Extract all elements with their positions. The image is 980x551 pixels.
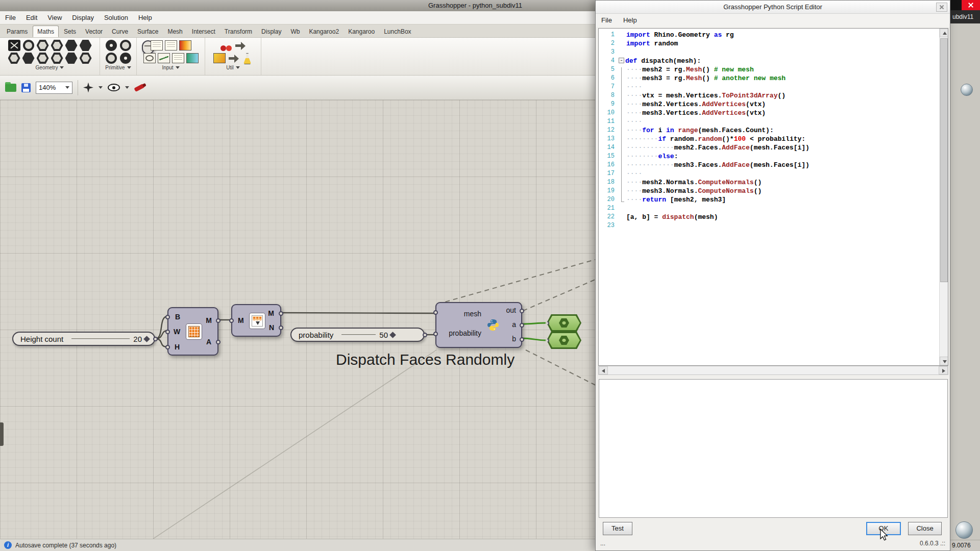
code-line[interactable] bbox=[618, 204, 939, 213]
input-nub[interactable] bbox=[165, 315, 170, 319]
code-line[interactable]: ····mesh2 = rg.Mesh() # new mesh bbox=[618, 65, 939, 74]
scroll-up-arrow[interactable] bbox=[940, 29, 948, 37]
code-line[interactable]: ····return [mesh2, mesh3] bbox=[618, 195, 939, 204]
panel-icon[interactable] bbox=[151, 40, 163, 51]
editor-menu-file[interactable]: File bbox=[596, 14, 618, 27]
knob-icon[interactable] bbox=[143, 53, 156, 63]
tab-sets[interactable]: Sets bbox=[60, 26, 80, 37]
swatch-icon[interactable] bbox=[213, 53, 226, 63]
editor-output-panel[interactable] bbox=[599, 379, 948, 518]
code-line[interactable] bbox=[618, 221, 939, 230]
geometry-param-icon[interactable] bbox=[8, 53, 20, 64]
panel-icon[interactable] bbox=[165, 40, 177, 51]
scrollbar-thumb[interactable] bbox=[940, 38, 948, 282]
menu-edit[interactable]: Edit bbox=[21, 11, 42, 24]
code-editor[interactable]: 1234567891011121314151617181920212223 im… bbox=[598, 28, 948, 366]
input-nub[interactable] bbox=[545, 321, 549, 325]
input-nub[interactable] bbox=[433, 310, 438, 315]
code-line[interactable]: ····mesh2.Normals.ComputeNormals() bbox=[618, 178, 939, 187]
scroll-left-arrow[interactable] bbox=[599, 366, 608, 374]
editor-titlebar[interactable]: Grasshopper Python Script Editor bbox=[596, 1, 950, 14]
input-nub[interactable] bbox=[165, 330, 170, 334]
chevron-down-icon[interactable] bbox=[99, 86, 103, 89]
zoom-extents-icon[interactable] bbox=[83, 83, 93, 93]
output-nub[interactable] bbox=[279, 311, 283, 316]
code-lines[interactable]: import Rhino.Geometry as rgimport random… bbox=[618, 29, 939, 365]
tab-params[interactable]: Params bbox=[3, 26, 32, 37]
code-line[interactable]: ········if random.random()*100 < probabi… bbox=[618, 135, 939, 143]
slider-track[interactable] bbox=[341, 334, 376, 335]
menu-solution[interactable]: Solution bbox=[99, 11, 133, 24]
geometry-param-icon[interactable] bbox=[37, 53, 49, 64]
render-sphere-icon[interactable] bbox=[955, 521, 973, 539]
code-line[interactable]: ···· bbox=[618, 83, 939, 91]
graph-mapper-icon[interactable] bbox=[158, 53, 170, 63]
test-button[interactable]: Test bbox=[603, 522, 632, 535]
chevron-down-icon[interactable] bbox=[127, 66, 131, 69]
geometry-param-icon[interactable] bbox=[23, 40, 34, 51]
input-nub[interactable] bbox=[545, 338, 549, 343]
code-line[interactable]: ····mesh3.Vertices.AddVertices(vtx) bbox=[618, 109, 939, 117]
input-nub[interactable] bbox=[229, 318, 234, 323]
zoom-level-select[interactable]: 140% bbox=[36, 82, 72, 94]
output-nub[interactable] bbox=[520, 337, 524, 342]
sketch-brush-icon[interactable] bbox=[134, 83, 144, 91]
weaverbird-component[interactable] bbox=[547, 332, 581, 349]
canvas-scrollbar-fragment[interactable] bbox=[0, 422, 4, 446]
menu-display[interactable]: Display bbox=[67, 11, 99, 24]
display-mode-sphere-icon[interactable] bbox=[961, 84, 973, 96]
primitive-param-icon[interactable] bbox=[120, 53, 131, 64]
open-file-icon[interactable] bbox=[5, 84, 16, 92]
vertical-scrollbar[interactable] bbox=[939, 29, 948, 365]
jump-icon[interactable] bbox=[228, 53, 240, 64]
input-nub[interactable] bbox=[433, 332, 438, 336]
mesh-process-component[interactable]: M M N bbox=[231, 304, 281, 337]
output-nub[interactable] bbox=[279, 325, 283, 330]
data-dam-icon[interactable] bbox=[234, 40, 247, 52]
slider-handle[interactable] bbox=[143, 336, 150, 342]
slider-track[interactable] bbox=[71, 338, 130, 339]
menu-view[interactable]: View bbox=[42, 11, 67, 24]
close-editor-button[interactable] bbox=[936, 3, 947, 12]
slider-output-nub[interactable] bbox=[153, 337, 158, 341]
value-list-icon[interactable] bbox=[172, 53, 184, 63]
geometry-param-icon[interactable] bbox=[22, 53, 35, 64]
code-line[interactable] bbox=[618, 48, 939, 57]
chevron-down-icon[interactable] bbox=[176, 66, 180, 69]
colour-swatch-icon[interactable] bbox=[186, 53, 199, 63]
galapagos-icon[interactable] bbox=[220, 40, 232, 52]
output-nub[interactable] bbox=[520, 323, 524, 328]
code-line[interactable]: ············mesh2.Faces.AddFace(mesh.Fac… bbox=[618, 143, 939, 152]
primitive-param-icon[interactable] bbox=[120, 40, 131, 51]
mesh-box-component[interactable]: B W H M A bbox=[167, 307, 218, 356]
canvas-annotation[interactable]: Dispatch Faces Randomly bbox=[336, 351, 514, 368]
close-window-button[interactable] bbox=[962, 0, 980, 10]
code-line[interactable]: ····mesh3 = rg.Mesh() # another new mesh bbox=[618, 74, 939, 83]
weaverbird-component[interactable] bbox=[547, 314, 581, 332]
output-nub[interactable] bbox=[216, 318, 220, 323]
output-nub[interactable] bbox=[216, 340, 220, 344]
geometry-param-icon[interactable] bbox=[51, 40, 63, 51]
tab-transform[interactable]: Transform bbox=[220, 26, 256, 37]
code-line[interactable]: [a, b] = dispatch(mesh) bbox=[618, 213, 939, 221]
height-count-slider[interactable]: Height count 20 bbox=[12, 332, 155, 346]
code-line[interactable]: ············mesh3.Faces.AddFace(mesh.Fac… bbox=[618, 161, 939, 169]
tab-lunchbox[interactable]: LunchBox bbox=[380, 26, 415, 37]
chevron-down-icon[interactable] bbox=[236, 66, 240, 69]
code-line[interactable]: import random bbox=[618, 39, 939, 48]
output-nub[interactable] bbox=[520, 309, 524, 313]
geometry-param-icon[interactable] bbox=[8, 40, 20, 51]
tab-surface[interactable]: Surface bbox=[133, 26, 162, 37]
close-button[interactable]: Close bbox=[908, 522, 942, 535]
probability-slider[interactable]: probability 50 bbox=[290, 328, 425, 342]
slider-output-nub[interactable] bbox=[423, 333, 427, 337]
code-line[interactable]: ····mesh2.Vertices.AddVertices(vtx) bbox=[618, 100, 939, 109]
slider-handle[interactable] bbox=[389, 332, 396, 338]
tab-curve[interactable]: Curve bbox=[108, 26, 132, 37]
input-nub[interactable] bbox=[165, 345, 170, 349]
tab-display[interactable]: Display bbox=[257, 26, 285, 37]
save-file-icon[interactable] bbox=[21, 83, 31, 92]
tab-kangaroo2[interactable]: Kangaroo2 bbox=[305, 26, 343, 37]
geometry-param-icon[interactable] bbox=[80, 53, 92, 64]
flask-icon[interactable] bbox=[243, 53, 252, 64]
